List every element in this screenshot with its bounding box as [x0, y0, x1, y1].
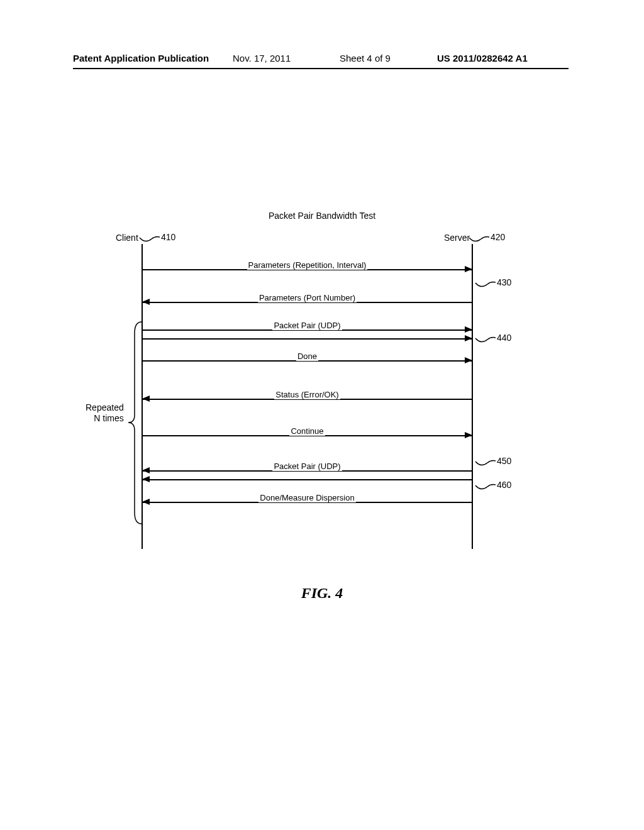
- callout-ref-420: 420: [491, 232, 505, 242]
- msg-done-up: Done: [143, 355, 472, 367]
- msg-label: Parameters (Port Number): [258, 293, 357, 302]
- publication-type: Patent Application Publication: [73, 53, 209, 64]
- msg-done-measure: Done/Measure Dispersion: [143, 497, 472, 508]
- msg-label: Packet Pair (UDP): [272, 321, 341, 330]
- msg-label: Done: [296, 351, 318, 361]
- callout-ref-430: 430: [497, 277, 511, 287]
- callout-swoosh-icon: [475, 483, 496, 493]
- publication-date: Nov. 17, 2011: [233, 53, 291, 64]
- loop-label: Repeated N times: [86, 402, 124, 424]
- header-rule: [73, 68, 569, 69]
- msg-continue: Continue: [143, 430, 472, 441]
- sheet-number: Sheet 4 of 9: [340, 53, 391, 64]
- lifeline-server: [472, 244, 473, 549]
- callout-swoosh-icon: [475, 459, 496, 469]
- diagram-title: Packet Pair Bandwidth Test: [0, 211, 644, 221]
- loop-label-line2: N times: [94, 413, 123, 423]
- callout-ref-460: 460: [497, 480, 511, 490]
- msg-packet-pair-down-2: [143, 474, 472, 485]
- msg-label: Packet Pair (UDP): [272, 462, 341, 471]
- callout-swoosh-icon: [475, 280, 496, 290]
- msg-label: Continue: [289, 426, 325, 436]
- callout-swoosh-icon: [475, 336, 496, 346]
- callout-ref-410: 410: [161, 232, 175, 242]
- loop-bracket-icon: [127, 321, 142, 525]
- callout-ref-450: 450: [497, 456, 511, 466]
- callout-ref-440: 440: [497, 333, 511, 343]
- msg-packet-pair-up-2: [143, 333, 472, 345]
- msg-status: Status (Error/OK): [143, 394, 472, 405]
- loop-label-line1: Repeated: [86, 402, 124, 412]
- msg-label: Done/Measure Dispersion: [258, 493, 355, 502]
- participant-client-label: Client: [116, 233, 138, 243]
- figure-caption: FIG. 4: [0, 585, 644, 602]
- msg-label: Status (Error/OK): [274, 390, 340, 399]
- publication-number: US 2011/0282642 A1: [437, 53, 528, 64]
- msg-label: Parameters (Repetition, Interval): [247, 260, 368, 270]
- msg-parameters-port: Parameters (Port Number): [143, 297, 472, 308]
- msg-parameters-repetition: Parameters (Repetition, Interval): [143, 264, 472, 275]
- participant-server-label: Server: [444, 233, 470, 243]
